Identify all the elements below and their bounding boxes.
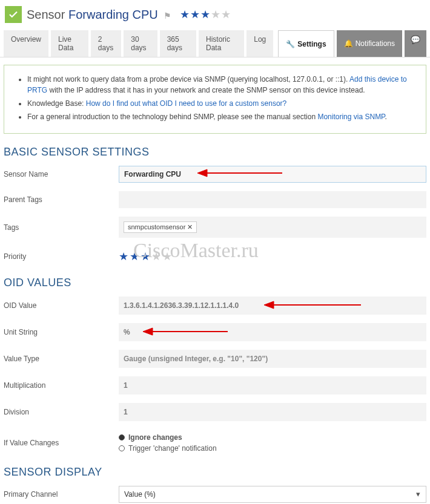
radio-icon (119, 445, 125, 451)
label-primary-channel: Primary Channel (4, 490, 119, 499)
flag-icon: ⚑ (164, 11, 171, 21)
label-value-type: Value Type (4, 355, 119, 363)
page-header: Sensor Forwarding CPU ⚑ ★★★★★ (0, 0, 430, 30)
label-oid-value: OID Value (4, 301, 119, 310)
primary-channel-select[interactable]: Value (%) (119, 486, 426, 503)
oid-value-field[interactable]: 1.3.6.1.4.1.2636.3.39.1.12.1.1.1.4.0 (119, 296, 426, 315)
info-box: It might not work to query data from a p… (4, 65, 426, 134)
unit-string-field[interactable]: % (119, 323, 426, 341)
division-field[interactable]: 1 (119, 403, 426, 421)
section-sensor-display: SENSOR DISPLAY (4, 466, 426, 479)
label-parent-tags: Parent Tags (4, 195, 119, 204)
wrench-icon: 🔧 (286, 40, 295, 48)
radio-ignore-changes[interactable]: Ignore changes (119, 432, 426, 443)
comment-icon-button[interactable]: 💬 (405, 30, 426, 57)
label-priority: Priority (4, 252, 119, 261)
status-check-icon (5, 6, 22, 23)
tab-historic[interactable]: Historic Data (199, 30, 244, 57)
tab-overview[interactable]: Overview (4, 30, 48, 57)
tab-notifications[interactable]: 🔔Notifications (337, 30, 402, 57)
bell-icon: 🔔 (344, 39, 353, 48)
value-type-field: Gauge (unsigned Integer, e.g. "10", "120… (119, 350, 426, 368)
page-title: Sensor Forwarding CPU ⚑ (27, 8, 171, 22)
tab-2days[interactable]: 2 days (91, 30, 121, 57)
link-manual-snmp[interactable]: Monitoring via SNMP (317, 113, 385, 121)
link-kb-oid[interactable]: How do I find out what OID I need to use… (86, 99, 287, 108)
priority-stars-header: ★★★★★ (180, 8, 231, 21)
label-sensor-name: Sensor Name (4, 170, 119, 178)
radio-icon (119, 434, 125, 440)
tab-settings[interactable]: 🔧Settings (278, 30, 334, 57)
tag-pill[interactable]: snmpcustomsensor ✕ (124, 221, 197, 233)
tags-field[interactable]: snmpcustomsensor ✕ (119, 217, 426, 238)
label-tags: Tags (4, 223, 119, 232)
section-oid-values: OID VALUES (4, 277, 426, 289)
label-division: Division (4, 408, 119, 416)
label-if-changes: If Value Changes (4, 439, 119, 447)
tab-log[interactable]: Log (246, 30, 273, 57)
tab-30days[interactable]: 30 days (124, 30, 157, 57)
tab-bar: Overview Live Data 2 days 30 days 365 da… (0, 30, 430, 57)
parent-tags-field (119, 191, 426, 208)
radio-trigger-change[interactable]: Trigger 'change' notification (119, 443, 426, 454)
multiplication-field[interactable]: 1 (119, 376, 426, 394)
label-unit-string: Unit String (4, 328, 119, 336)
tab-live-data[interactable]: Live Data (51, 30, 88, 57)
label-multiplication: Multiplication (4, 381, 119, 390)
sensor-name-input[interactable] (119, 166, 426, 183)
section-basic-settings: BASIC SENSOR SETTINGS (4, 146, 426, 159)
tab-365days[interactable]: 365 days (160, 30, 196, 57)
priority-star-input[interactable]: ★★★★★ (119, 246, 426, 267)
